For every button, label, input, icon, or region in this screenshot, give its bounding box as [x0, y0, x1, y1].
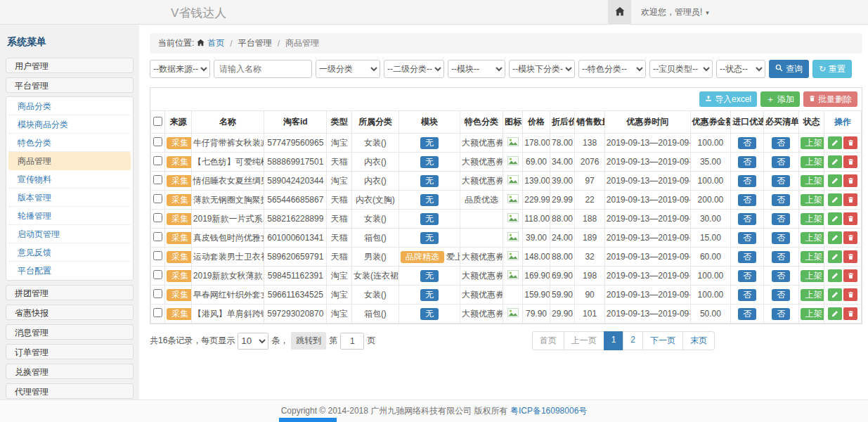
edit-button[interactable]	[828, 174, 842, 187]
edit-button[interactable]	[828, 269, 842, 282]
row-checkbox[interactable]	[153, 194, 162, 203]
row-checkbox[interactable]	[153, 137, 162, 146]
row-checkbox[interactable]	[153, 289, 162, 298]
status-toggle[interactable]: 上架	[801, 232, 824, 244]
filter-select[interactable]: --模块下分类--	[509, 60, 575, 78]
pager-button[interactable]: 2	[623, 331, 643, 350]
import-excel-button[interactable]: 导入excel	[699, 91, 757, 107]
edit-button[interactable]	[828, 155, 842, 168]
import-choice-toggle[interactable]: 否	[738, 289, 756, 301]
add-button[interactable]: ＋ 添加	[760, 91, 800, 107]
sidebar-group[interactable]: 省惠快报	[6, 305, 134, 320]
must-buy-toggle[interactable]: 否	[772, 156, 790, 168]
edit-button[interactable]	[828, 288, 842, 301]
must-buy-toggle[interactable]: 否	[772, 308, 790, 320]
user-menu[interactable]: 欢迎您，管理员! ▾	[641, 6, 709, 18]
status-toggle[interactable]: 上架	[801, 308, 824, 320]
status-toggle[interactable]: 上架	[801, 213, 824, 225]
sidebar-item[interactable]: 版本管理	[8, 188, 131, 207]
import-choice-toggle[interactable]: 否	[738, 308, 756, 320]
filter-select[interactable]: --宝贝类型--	[649, 60, 713, 78]
sidebar-item[interactable]: 轮播管理	[8, 207, 131, 225]
must-buy-toggle[interactable]: 否	[772, 213, 790, 225]
pager-button[interactable]: 末页	[682, 331, 715, 350]
must-buy-toggle[interactable]: 否	[772, 194, 790, 206]
row-checkbox[interactable]	[153, 175, 162, 184]
sidebar-item[interactable]: 商品分类	[8, 97, 131, 115]
delete-button[interactable]	[843, 250, 857, 263]
row-checkbox[interactable]	[153, 308, 162, 317]
delete-button[interactable]	[843, 231, 857, 244]
row-checkbox[interactable]	[153, 213, 162, 222]
sidebar-group[interactable]: 用户管理	[6, 58, 134, 73]
per-page-select[interactable]: 10	[238, 333, 268, 350]
search-button[interactable]: 查询	[769, 60, 809, 78]
must-buy-toggle[interactable]: 否	[772, 251, 790, 263]
import-choice-toggle[interactable]: 否	[738, 251, 756, 263]
import-choice-toggle[interactable]: 否	[738, 194, 756, 206]
filter-select[interactable]: --状态--	[716, 60, 765, 78]
row-checkbox[interactable]	[153, 270, 162, 279]
delete-button[interactable]	[843, 307, 857, 320]
must-buy-toggle[interactable]: 否	[772, 137, 790, 149]
breadcrumb-home-link[interactable]: 首页	[207, 37, 224, 49]
delete-button[interactable]	[843, 136, 857, 149]
page-number-input[interactable]	[340, 333, 364, 350]
sidebar-group[interactable]: 消息管理	[6, 324, 134, 340]
import-choice-toggle[interactable]: 否	[738, 137, 756, 149]
jump-button[interactable]: 跳转到	[291, 332, 326, 350]
status-toggle[interactable]: 上架	[801, 194, 824, 206]
status-toggle[interactable]: 上架	[801, 156, 824, 168]
sidebar-group[interactable]: 订单管理	[6, 344, 134, 359]
delete-button[interactable]	[843, 155, 857, 168]
filter-select[interactable]: --模块--	[448, 60, 505, 78]
edit-button[interactable]	[828, 193, 842, 206]
must-buy-toggle[interactable]: 否	[772, 289, 790, 301]
reset-button[interactable]: ↻ 重置	[812, 60, 852, 78]
batch-delete-button[interactable]: 批量删除	[803, 91, 857, 107]
sidebar-item[interactable]: 宣传物料	[8, 170, 131, 188]
sidebar-item[interactable]: 启动页管理	[8, 225, 131, 243]
sidebar-item[interactable]: 特色分类	[8, 134, 131, 152]
import-choice-toggle[interactable]: 否	[738, 213, 756, 225]
delete-button[interactable]	[843, 212, 857, 225]
sidebar-group[interactable]: 拼团管理	[6, 285, 134, 300]
pager-button[interactable]: 上一页	[564, 331, 604, 350]
filter-select[interactable]: --二级分类--	[384, 60, 444, 78]
edit-button[interactable]	[828, 250, 842, 263]
import-choice-toggle[interactable]: 否	[738, 270, 756, 282]
status-toggle[interactable]: 上架	[801, 137, 824, 149]
row-checkbox[interactable]	[153, 251, 162, 260]
must-buy-toggle[interactable]: 否	[772, 270, 790, 282]
import-choice-toggle[interactable]: 否	[738, 232, 756, 244]
sidebar-group[interactable]: 兑换管理	[6, 364, 134, 379]
must-buy-toggle[interactable]: 否	[772, 175, 790, 187]
sidebar-item[interactable]: 模块商品分类	[8, 115, 131, 134]
delete-button[interactable]	[843, 288, 857, 301]
status-toggle[interactable]: 上架	[801, 175, 824, 187]
filter-select[interactable]: --特色分类--	[578, 60, 646, 78]
delete-button[interactable]	[843, 269, 857, 282]
edit-button[interactable]	[828, 136, 842, 149]
row-checkbox[interactable]	[153, 156, 162, 165]
status-toggle[interactable]: 上架	[801, 289, 824, 301]
pager-button[interactable]: 下一页	[642, 331, 683, 350]
select-all-checkbox[interactable]	[153, 117, 162, 126]
delete-button[interactable]	[843, 174, 857, 187]
filter-select[interactable]: --数据来源--	[150, 60, 210, 78]
sidebar-group[interactable]: 代理管理	[6, 383, 134, 399]
edit-button[interactable]	[828, 231, 842, 244]
status-toggle[interactable]: 上架	[801, 251, 824, 263]
sidebar-item[interactable]: 商品管理	[8, 152, 131, 170]
sidebar-item[interactable]: 平台配置	[8, 262, 131, 280]
status-toggle[interactable]: 上架	[801, 270, 824, 282]
pager-button[interactable]: 首页	[532, 331, 564, 350]
filter-select[interactable]: 一级分类	[316, 60, 380, 78]
icp-link[interactable]: 粤ICP备16098006号	[510, 406, 587, 416]
name-search-input[interactable]	[214, 60, 312, 78]
pager-current-page[interactable]: 1	[604, 331, 624, 350]
import-choice-toggle[interactable]: 否	[738, 156, 756, 168]
sidebar-group[interactable]: 平台管理	[6, 77, 134, 93]
edit-button[interactable]	[828, 212, 842, 225]
edit-button[interactable]	[828, 307, 842, 320]
